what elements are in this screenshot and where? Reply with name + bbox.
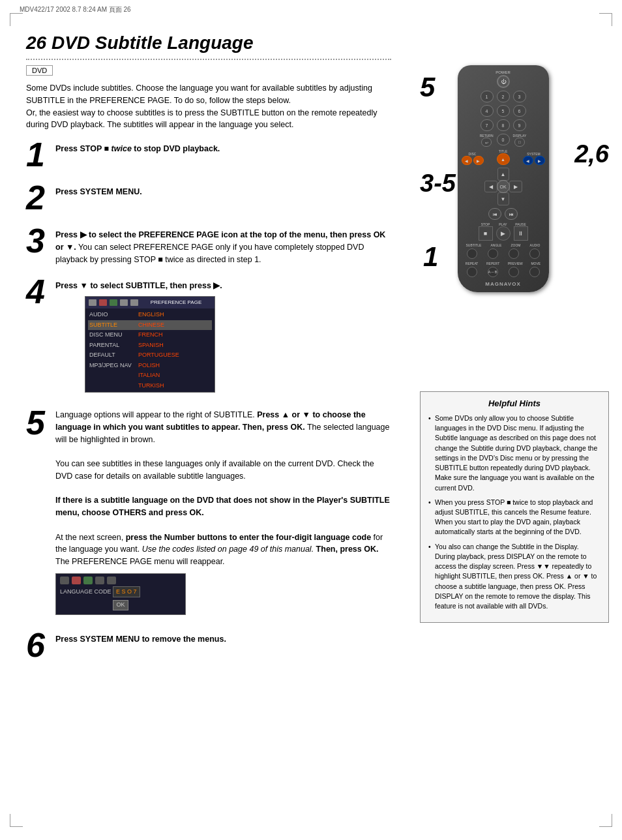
pref-header: PREFERENCE PAGE xyxy=(85,297,215,308)
ab-icon: A↔B xyxy=(488,270,497,274)
return-group: RETURN ↩ xyxy=(480,134,494,147)
repert-btn[interactable]: A↔B xyxy=(488,267,498,277)
hints-list: Some DVDs only allow you to choose Subti… xyxy=(428,413,600,611)
step-5-content: Language options will appear to the righ… xyxy=(55,406,391,620)
pref-row-turkish: TURKISH xyxy=(88,381,212,391)
step-1-text: Press STOP ■ twice to stop DVD playback. xyxy=(55,144,220,153)
repeat-btns-row: A↔B xyxy=(462,267,545,277)
repeat-btn[interactable] xyxy=(467,267,477,277)
hint-item-2: When you press STOP ■ twice to stop play… xyxy=(428,498,600,537)
step-2-content: Press SYSTEM MENU. xyxy=(55,181,391,198)
lang-icon-3 xyxy=(83,577,93,584)
step-1-content: Press STOP ■ twice to stop DVD playback. xyxy=(55,138,391,155)
divider-line xyxy=(26,59,391,60)
stop-btn[interactable]: ■ xyxy=(479,226,493,241)
pref-row-italian: ITALIAN xyxy=(88,370,212,381)
title-btn[interactable]: ▲ xyxy=(497,153,510,165)
lang-icon-2 xyxy=(72,577,81,584)
pause-btn[interactable]: ⏸ xyxy=(514,226,528,241)
btn-4[interactable]: 4 xyxy=(481,105,494,117)
pref-title-text: PREFERENCE PAGE xyxy=(141,299,211,307)
power-icon: ⏻ xyxy=(501,79,506,85)
system-prev-btn[interactable]: ◀ xyxy=(523,156,533,165)
step-1: 1 Press STOP ■ twice to stop DVD playbac… xyxy=(26,138,391,172)
ok-button[interactable]: OK xyxy=(497,180,510,193)
btn-7[interactable]: 7 xyxy=(481,119,494,131)
lang-icon-5 xyxy=(107,577,116,584)
hint-item-3: You also can change the Subtitle in the … xyxy=(428,542,600,612)
lang-icon-1 xyxy=(60,577,69,584)
pref-row-disc-menu: DISC MENU FRENCH xyxy=(88,330,212,340)
repeat-labels-row: REPEAT REPERT PREVIEW MOVE xyxy=(462,262,545,265)
subtitle-btn[interactable] xyxy=(467,248,477,259)
display-group: DISPLAY □ xyxy=(513,134,527,147)
nav-ring: ▲ ▼ ◀ ▶ OK xyxy=(484,168,522,205)
audio-btn[interactable] xyxy=(529,248,540,259)
pref-row-default: DEFAULT PORTUGUESE xyxy=(88,350,212,361)
step-2: 2 Press SYSTEM MENU. xyxy=(26,181,391,215)
step-6: 6 Press SYSTEM MENU to remove the menus. xyxy=(26,628,391,662)
btn-6[interactable]: 6 xyxy=(513,105,526,117)
pref-row-parental: PARENTAL SPANISH xyxy=(88,340,212,351)
display-btn[interactable]: □ xyxy=(514,138,525,147)
move-label: MOVE xyxy=(531,262,541,265)
pref-icon-5 xyxy=(130,299,138,306)
remote-step-1-label: 1 xyxy=(423,241,438,273)
function-labels-row: SUBTITLE ANGLE ZOOM AUDIO xyxy=(462,243,545,247)
lang-icon-4 xyxy=(95,577,104,584)
power-label: POWER xyxy=(462,70,545,74)
step-4-number: 4 xyxy=(26,275,55,308)
remote-step-26-label: 2,6 xyxy=(574,140,609,168)
preview-btn[interactable] xyxy=(509,267,519,277)
right-column: 5 3-5 2,6 1 POWER ⏻ 1 2 3 xyxy=(420,65,609,623)
system-btns: ◀ ▶ xyxy=(523,156,545,165)
title-group: TITLE ▲ xyxy=(497,149,510,165)
hint-item-1: Some DVDs only allow you to choose Subti… xyxy=(428,413,600,493)
corner-mark-tl xyxy=(10,13,23,26)
skip-fwd-btn[interactable]: ⏭ xyxy=(505,208,518,220)
power-button[interactable]: ⏻ xyxy=(497,75,510,88)
remote-area: 5 3-5 2,6 1 POWER ⏻ 1 2 3 xyxy=(420,65,609,378)
system-next-btn[interactable]: ▶ xyxy=(535,156,545,165)
step-1-number: 1 xyxy=(26,138,55,172)
nav-down-btn[interactable]: ▼ xyxy=(497,192,509,205)
move-btn[interactable] xyxy=(529,267,540,277)
step-3-number: 3 xyxy=(26,224,55,258)
pref-row-audio: AUDIO ENGLISH xyxy=(88,310,212,320)
pref-icon-3 xyxy=(110,299,117,306)
nav-left-btn[interactable]: ◀ xyxy=(484,181,497,192)
nav-cluster: ▲ ▼ ◀ ▶ OK xyxy=(462,168,545,205)
btn-3[interactable]: 3 xyxy=(513,91,526,102)
skip-back-btn[interactable]: ⏮ xyxy=(488,208,501,220)
pref-row-subtitle: SUBTITLE CHINESE xyxy=(88,320,212,331)
btn-9[interactable]: 9 xyxy=(513,119,526,131)
play-btn[interactable]: ▶ xyxy=(496,226,511,241)
intro-text-1: Some DVDs include subtitles. Choose the … xyxy=(26,83,372,105)
nav-up-btn[interactable]: ▲ xyxy=(497,168,509,181)
corner-mark-bl xyxy=(10,814,23,827)
step-4: 4 Press ▼ to select SUBTITLE, then press… xyxy=(26,275,391,397)
btn-5[interactable]: 5 xyxy=(497,105,510,117)
audio-label: AUDIO xyxy=(530,243,541,247)
btn-2[interactable]: 2 xyxy=(497,91,510,102)
btn-0[interactable]: 0 xyxy=(497,134,510,145)
disc-next-btn[interactable]: ▶ xyxy=(473,156,484,165)
lang-code-row: LANGUAGE CODE E S O 7 xyxy=(60,586,181,598)
angle-btn[interactable] xyxy=(488,248,498,259)
disc-btns: ◀ ▶ xyxy=(462,156,484,165)
zoom-btn[interactable] xyxy=(509,248,519,259)
lang-code-screenshot: LANGUAGE CODE E S O 7 OK xyxy=(55,573,186,615)
number-row-1: 1 2 3 xyxy=(462,91,545,102)
pref-icon-1 xyxy=(89,299,96,306)
step-6-content: Press SYSTEM MENU to remove the menus. xyxy=(55,628,391,646)
btn-8[interactable]: 8 xyxy=(497,119,510,131)
header-text: MDV422/17 2002 8.7 8:24 AM 頁面 26 xyxy=(20,6,131,13)
lang-icons-row xyxy=(60,577,181,584)
stop-group: STOP ■ xyxy=(479,222,493,241)
nav-right-btn[interactable]: ▶ xyxy=(509,181,522,192)
number-row-3: 7 8 9 xyxy=(462,119,545,131)
return-btn[interactable]: ↩ xyxy=(481,138,492,147)
remote-device: POWER ⏻ 1 2 3 4 5 6 xyxy=(458,65,549,292)
btn-1[interactable]: 1 xyxy=(481,91,494,102)
disc-prev-btn[interactable]: ◀ xyxy=(462,156,472,165)
